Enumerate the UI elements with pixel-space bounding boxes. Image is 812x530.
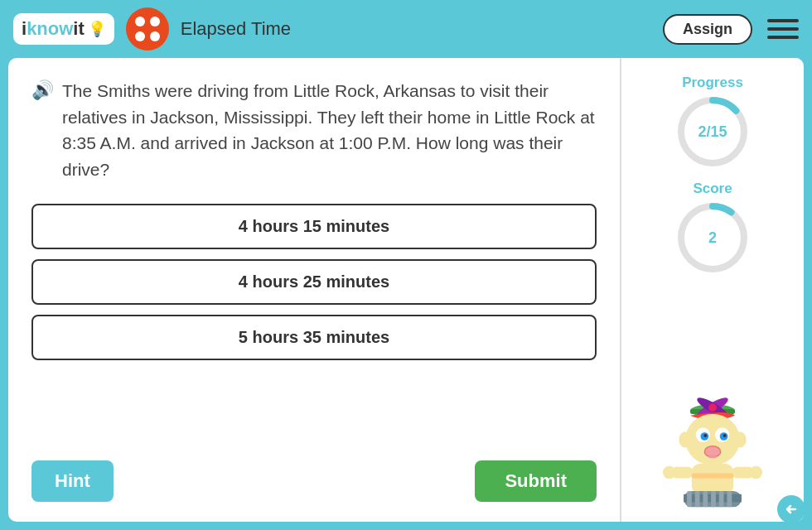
stats-panel: Progress 2/15 Score 2 [621,58,804,522]
film-dots [135,17,160,41]
svg-point-8 [708,403,717,412]
bottom-actions: Hint Submit [31,460,597,502]
menu-line [767,27,799,31]
bulb-icon: 💡 [88,20,106,38]
header: iknowit 💡 Elapsed Time Assign [0,0,812,58]
menu-line [767,19,799,22]
logo-text: iknowit [22,18,85,40]
question-panel: 🔊 The Smiths were driving from Little Ro… [8,58,621,522]
options-list: 4 hours 15 minutes 4 hours 25 minutes 5 … [31,204,597,360]
option-2[interactable]: 4 hours 25 minutes [31,259,597,305]
score-circle: 2 [675,200,750,275]
menu-line [767,36,799,39]
menu-icon[interactable] [767,13,799,45]
sound-icon[interactable]: 🔊 [31,80,54,101]
svg-point-19 [733,431,747,447]
score-label: Score [675,181,750,197]
svg-point-23 [663,466,676,479]
lesson-title: Elapsed Time [181,18,651,40]
film-dot [150,31,160,41]
svg-rect-32 [727,491,732,507]
progress-section: Progress 2/15 [675,75,750,169]
hint-button[interactable]: Hint [31,460,114,502]
svg-point-18 [679,431,692,447]
assign-button[interactable]: Assign [663,14,752,45]
svg-point-24 [750,466,763,479]
progress-label: Progress [675,75,750,91]
score-section: Score 2 [675,181,750,275]
progress-circle: 2/15 [675,94,750,169]
option-3[interactable]: 5 hours 35 minutes [31,315,597,360]
mascot-area [638,381,787,513]
option-1[interactable]: 4 hours 15 minutes [31,204,597,249]
back-icon [784,502,799,517]
svg-rect-33 [692,474,733,479]
progress-value: 2/15 [698,123,727,141]
question-text: The Smiths were driving from Little Rock… [62,78,597,182]
svg-rect-20 [692,464,733,494]
question-area: 🔊 The Smiths were driving from Little Ro… [31,78,597,182]
submit-button[interactable]: Submit [475,460,597,502]
svg-rect-31 [719,491,724,507]
film-dot [135,31,145,41]
score-value: 2 [708,229,717,247]
svg-rect-27 [687,491,692,507]
film-dot [150,17,160,26]
film-icon [126,7,169,51]
svg-rect-28 [695,491,700,507]
main-content: 🔊 The Smiths were driving from Little Ro… [8,58,804,522]
back-button[interactable] [777,495,804,522]
svg-rect-29 [703,491,708,507]
svg-rect-30 [711,491,716,507]
mascot-robot [646,385,779,513]
svg-point-15 [723,434,727,437]
svg-rect-17 [708,455,717,458]
svg-point-14 [703,434,707,437]
logo: iknowit 💡 [13,13,114,45]
film-dot [135,17,145,26]
